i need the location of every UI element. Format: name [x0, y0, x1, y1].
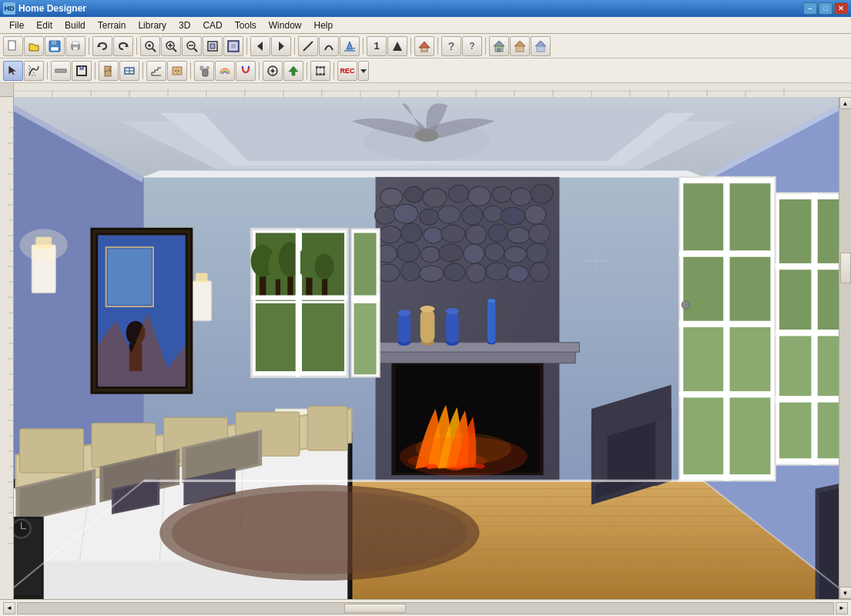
scroll-down-button[interactable]: ▼ — [839, 587, 852, 599]
cabinet-tool-button[interactable] — [167, 61, 187, 81]
help-button[interactable]: ? — [441, 36, 461, 56]
svg-rect-266 — [729, 183, 770, 251]
number-button[interactable]: 1 — [367, 36, 387, 56]
spray-tool-button[interactable] — [194, 61, 214, 81]
house3-button[interactable] — [531, 36, 551, 56]
svg-rect-31 — [421, 48, 427, 52]
svg-rect-281 — [817, 199, 839, 263]
save-button[interactable] — [45, 36, 65, 56]
house2-button[interactable] — [510, 36, 530, 56]
maximize-button[interactable]: □ — [819, 2, 833, 15]
close-button[interactable]: ✕ — [834, 2, 848, 15]
svg-rect-276 — [679, 391, 776, 397]
svg-rect-171 — [192, 281, 212, 321]
menu-window[interactable]: Window — [263, 18, 308, 32]
draw-tool-button[interactable] — [24, 61, 44, 81]
undo-button[interactable] — [92, 36, 112, 56]
redo-button[interactable] — [113, 36, 133, 56]
scroll-left-button[interactable]: ◄ — [3, 602, 15, 614]
next-page-button[interactable] — [271, 36, 291, 56]
roof-button[interactable] — [414, 36, 434, 56]
svg-rect-286 — [779, 398, 813, 458]
zoom-in-rect-button[interactable] — [140, 36, 160, 56]
rainbow-tool-button[interactable] — [215, 61, 235, 81]
svg-point-208 — [511, 188, 531, 206]
wall-tool-button[interactable] — [51, 61, 71, 81]
zoom-out-button[interactable] — [182, 36, 202, 56]
svg-rect-284 — [779, 332, 813, 396]
left-ruler — [0, 83, 14, 599]
room-tool-button[interactable] — [72, 61, 92, 81]
window-tool-button[interactable] — [119, 61, 139, 81]
svg-point-215 — [484, 206, 503, 222]
menu-3d[interactable]: 3D — [173, 18, 196, 32]
scroll-right-button[interactable]: ► — [836, 602, 848, 614]
menu-terrain[interactable]: Terrain — [92, 18, 132, 32]
transform-tool-button[interactable] — [310, 61, 330, 81]
scroll-thumb-horizontal[interactable] — [344, 604, 406, 613]
svg-rect-2 — [52, 41, 56, 45]
menu-build[interactable]: Build — [59, 18, 92, 32]
line-tool-button[interactable] — [298, 36, 318, 56]
svg-rect-75 — [323, 66, 325, 69]
zoom-in-button[interactable] — [161, 36, 181, 56]
open-button[interactable] — [24, 36, 44, 56]
svg-line-14 — [173, 49, 176, 52]
arrow-up-button[interactable] — [387, 36, 407, 56]
svg-point-205 — [448, 185, 469, 203]
svg-rect-254 — [487, 301, 495, 343]
magnet-tool-button[interactable] — [236, 61, 256, 81]
door-tool-button[interactable] — [99, 61, 119, 81]
svg-rect-283 — [817, 266, 839, 330]
prev-page-button[interactable] — [250, 36, 270, 56]
svg-rect-177 — [108, 249, 152, 305]
stair-tool-button[interactable] — [146, 61, 166, 81]
menu-edit[interactable]: Edit — [30, 18, 59, 32]
svg-rect-79 — [320, 73, 322, 75]
top-ruler-marks — [14, 83, 851, 97]
menu-tools[interactable]: Tools — [229, 18, 263, 32]
sep-t6 — [307, 62, 307, 79]
svg-rect-36 — [516, 46, 524, 52]
menu-file[interactable]: File — [3, 18, 30, 32]
scroll-track-vertical[interactable] — [839, 109, 852, 587]
viewport[interactable] — [14, 97, 839, 599]
minimize-button[interactable]: – — [803, 2, 817, 15]
svg-marker-29 — [393, 42, 402, 51]
help2-button[interactable]: ? — [462, 36, 482, 56]
window-controls: – □ ✕ — [803, 2, 848, 15]
right-scrollbar[interactable]: ▲ ▼ — [839, 97, 851, 599]
window-title: Home Designer — [18, 3, 803, 14]
house1-button[interactable] — [489, 36, 509, 56]
new-button[interactable] — [3, 36, 23, 56]
record-button[interactable]: REC — [337, 61, 357, 81]
place-tool-button[interactable] — [263, 61, 283, 81]
select-tool-button[interactable] — [3, 61, 23, 81]
svg-rect-272 — [729, 394, 770, 474]
scroll-up-button[interactable]: ▲ — [839, 97, 852, 109]
fit-page-button[interactable] — [203, 36, 223, 56]
scroll-thumb-vertical[interactable] — [840, 253, 851, 283]
sep-1 — [89, 38, 89, 55]
svg-rect-278 — [682, 301, 685, 309]
svg-rect-293 — [354, 233, 377, 300]
svg-point-207 — [492, 186, 511, 203]
sep-t3 — [142, 62, 143, 79]
ruler-corner — [0, 83, 14, 97]
fill-window-button[interactable] — [223, 36, 243, 56]
svg-marker-30 — [419, 42, 430, 48]
record-dropdown-button[interactable] — [358, 61, 369, 81]
bottom-scrollbar[interactable] — [17, 602, 834, 614]
svg-point-203 — [404, 186, 424, 203]
svg-point-228 — [421, 246, 441, 263]
svg-marker-32 — [494, 41, 504, 46]
menu-help[interactable]: Help — [307, 18, 339, 32]
svg-rect-285 — [817, 332, 839, 396]
menu-library[interactable]: Library — [132, 18, 173, 32]
fill-dropdown-button[interactable] — [340, 36, 360, 56]
print-button[interactable] — [65, 36, 85, 56]
svg-point-255 — [487, 299, 495, 303]
menu-cad[interactable]: CAD — [196, 18, 228, 32]
arc-tool-button[interactable] — [319, 36, 339, 56]
arrow-up-tool-button[interactable] — [283, 61, 303, 81]
